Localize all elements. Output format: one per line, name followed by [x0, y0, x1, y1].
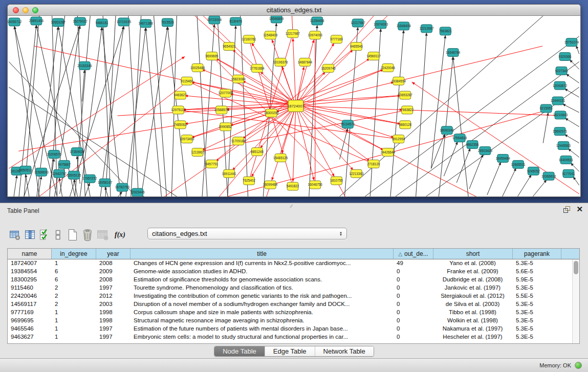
table-row[interactable]: 1938455462009Genome-wide association stu…: [8, 268, 579, 276]
network-node-teal[interactable]: 15723004: [207, 16, 222, 24]
network-node-teal[interactable]: 14055712: [8, 18, 22, 26]
network-window-titlebar[interactable]: citations_edges.txt: [8, 5, 580, 16]
network-node-yellow[interactable]: 9777169: [330, 35, 343, 43]
function-builder-icon[interactable]: f(x): [111, 231, 128, 239]
network-node-teal[interactable]: 16210643: [553, 111, 568, 119]
network-node-yellow[interactable]: 2718120: [367, 160, 380, 168]
network-node-yellow[interactable]: 10653287: [398, 91, 413, 99]
table-row[interactable]: 2242004622012Investigating the contribut…: [8, 292, 579, 300]
network-node-yellow[interactable]: 7625402: [243, 177, 255, 185]
network-node-teal[interactable]: 7663821: [439, 27, 452, 35]
network-node-yellow[interactable]: 16209746: [321, 64, 336, 72]
network-node-teal[interactable]: 14671388: [138, 19, 153, 28]
table-row[interactable]: 1872400712008Changes of HCN gene express…: [8, 259, 579, 268]
network-node-teal[interactable]: 12445563: [556, 142, 571, 150]
table-row[interactable]: 1830029562008Estimation of significance …: [8, 276, 579, 284]
network-node-yellow[interactable]: 15823084: [231, 75, 246, 83]
column-header-year[interactable]: year: [96, 249, 130, 259]
network-node-teal[interactable]: 11548408: [397, 22, 411, 30]
network-node-yellow[interactable]: 9851245: [251, 148, 264, 156]
table-vertical-scrollbar[interactable]: [572, 259, 579, 343]
network-node-yellow[interactable]: 8990852: [219, 123, 232, 131]
network-node-teal[interactable]: 12665511: [511, 160, 526, 168]
network-node-teal[interactable]: 11568693: [34, 168, 49, 176]
float-window-icon[interactable]: [563, 206, 571, 213]
network-node-yellow[interactable]: 11548408: [263, 31, 277, 39]
network-node-teal[interactable]: 16959484: [496, 154, 511, 162]
tab-node-table[interactable]: Node Table: [214, 346, 265, 356]
network-node-teal[interactable]: 16648784: [446, 49, 461, 57]
network-node-yellow[interactable]: 19384554: [391, 77, 406, 85]
network-node-yellow[interactable]: 10974093: [308, 31, 323, 39]
network-node-teal[interactable]: 12213967: [419, 25, 434, 33]
table-row[interactable]: 1456911722003Disruption of a novel membe…: [8, 300, 579, 309]
network-node-teal[interactable]: 10719195: [117, 18, 132, 26]
network-node-yellow[interactable]: 10196378: [273, 58, 288, 67]
network-node-teal[interactable]: 15276022: [73, 17, 88, 26]
network-node-teal[interactable]: 9975887: [58, 160, 71, 168]
network-node-yellow[interactable]: 10973493: [180, 135, 194, 143]
network-node-teal[interactable]: 9329366: [559, 53, 572, 61]
network-node-teal[interactable]: 8130476: [229, 17, 242, 26]
network-node-yellow[interactable]: 9115460: [181, 77, 193, 85]
network-node-yellow[interactable]: 16046756: [308, 181, 323, 189]
network-node-teal[interactable]: 9862356: [466, 141, 479, 149]
table-row[interactable]: 977716911998Corpus callosum shape and si…: [8, 309, 579, 317]
network-node-teal[interactable]: 9227343: [555, 67, 568, 75]
table-row[interactable]: 946362711997Embryonic stem cells: a mode…: [8, 333, 579, 341]
network-node-yellow[interactable]: 9463627: [174, 91, 187, 99]
network-node-teal[interactable]: 20153346: [77, 61, 92, 70]
network-node-yellow[interactable]: 5491822: [287, 182, 299, 190]
network-node-yellow[interactable]: 1810755: [330, 177, 343, 185]
network-node-yellow[interactable]: 9860128: [399, 121, 411, 129]
network-node-teal[interactable]: 15134571: [340, 120, 355, 128]
network-node-teal[interactable]: 10974093: [374, 20, 388, 29]
table-row[interactable]: 969969511998Structural magnetic resonanc…: [8, 317, 579, 325]
network-node-teal[interactable]: 9245052: [527, 167, 540, 175]
network-node-yellow[interactable]: 9465546: [350, 42, 363, 51]
tab-edge-table[interactable]: Edge Table: [265, 346, 315, 356]
column-header-name[interactable]: name: [8, 249, 52, 259]
network-node-yellow[interactable]: 15485125: [273, 154, 288, 162]
network-node-teal[interactable]: 16782759: [115, 183, 130, 191]
network-node-teal[interactable]: 17554818: [452, 134, 467, 142]
network-node-teal[interactable]: 5850513: [19, 166, 32, 174]
network-node-yellow[interactable]: 9654923: [223, 42, 235, 51]
network-node-yellow[interactable]: 16911441: [222, 169, 236, 178]
delete-column-icon[interactable]: [80, 228, 95, 242]
network-node-teal[interactable]: 17957272: [82, 174, 97, 183]
network-node-teal[interactable]: 9466161: [96, 19, 108, 27]
network-node-teal[interactable]: 12444151: [551, 97, 565, 105]
network-node-yellow[interactable]: 8912954: [392, 135, 405, 143]
network-node-teal[interactable]: 17359924: [70, 148, 84, 156]
network-node-teal[interactable]: 10366618: [541, 172, 556, 180]
network-node-teal[interactable]: 12217987: [351, 19, 365, 27]
close-icon[interactable]: ✕: [576, 205, 583, 213]
network-node-teal[interactable]: 16958167: [98, 179, 113, 187]
network-node-yellow[interactable]: 12217987: [286, 30, 300, 38]
network-node-teal[interactable]: 16409531: [559, 156, 574, 164]
network-node-yellow[interactable]: 14687844: [298, 58, 313, 67]
network-node-teal[interactable]: 12093872: [553, 81, 568, 90]
network-node-yellow[interactable]: 12213363: [349, 169, 364, 178]
network-node-yellow[interactable]: 9457791: [206, 160, 219, 168]
network-node-teal[interactable]: 20206576: [47, 150, 62, 159]
table-row[interactable]: 911546021997Tourette syndrome. Phenomeno…: [8, 284, 579, 292]
network-node-yellow[interactable]: 22420046: [381, 63, 396, 72]
tab-network-table[interactable]: Network Table: [315, 346, 374, 356]
network-canvas[interactable]: 1405571220891406106532871527602294661611…: [8, 16, 580, 196]
network-node-teal[interactable]: 12923446: [130, 188, 145, 196]
network-node-yellow[interactable]: 7663822: [401, 106, 413, 114]
network-node-yellow[interactable]: 24426644: [381, 148, 396, 157]
network-node-teal[interactable]: 13505135: [67, 171, 81, 179]
column-header-in_degree[interactable]: in_degree: [52, 249, 96, 259]
network-node-yellow[interactable]: 1213967: [191, 148, 204, 157]
toggle-rows-icon[interactable]: [51, 228, 64, 242]
scrollbar-thumb[interactable]: [574, 261, 578, 274]
network-node-teal[interactable]: 18090342: [440, 126, 454, 135]
select-columns-icon[interactable]: [38, 228, 51, 242]
network-node-teal[interactable]: 16566899: [269, 16, 284, 23]
network-node-yellow[interactable]: 12077008: [219, 89, 233, 97]
network-node-yellow[interactable]: 10025488: [190, 63, 205, 72]
network-node-teal[interactable]: 12942757: [52, 169, 67, 178]
